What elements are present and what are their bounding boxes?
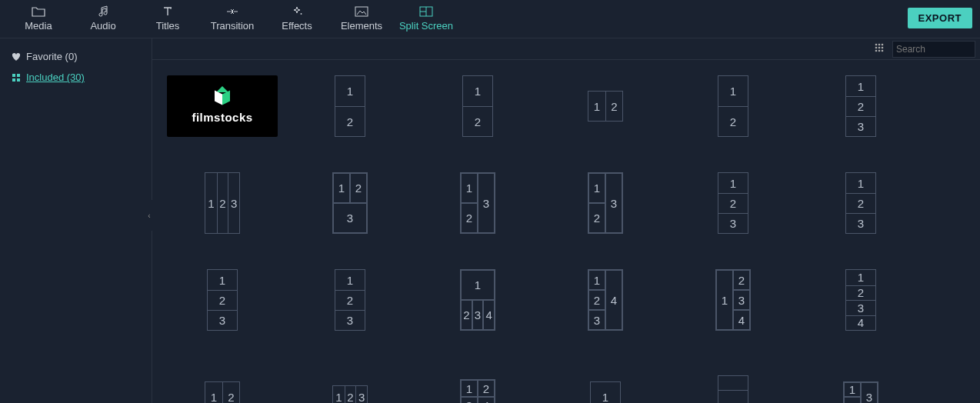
template-fs[interactable]: filmstocks [165,75,280,137]
sparkle-icon [291,5,303,18]
template-3c[interactable]: 123 [548,172,663,234]
heart-icon [11,52,22,62]
tab-effects[interactable]: Effects [265,5,329,32]
template-4a[interactable]: 1234 [420,269,535,331]
template-3v[interactable]: 123 [165,172,280,234]
top-tab-bar: Media Audio Titles Transition Effects El… [0,0,980,38]
template-p4[interactable]: 1 [548,366,663,403]
template-2h-b[interactable]: 12 [420,75,535,137]
svg-rect-4 [12,78,15,82]
sidebar: Favorite (0) Included (30) ‹ [0,38,152,403]
svg-point-7 [878,44,881,46]
tab-label: Transition [211,20,255,32]
transition-icon [225,5,239,18]
sidebar-item-included[interactable]: Included (30) [11,67,141,88]
template-3h[interactable]: 123 [803,75,918,137]
svg-rect-2 [12,74,15,77]
svg-point-11 [882,47,884,49]
template-3sk[interactable]: 123 [675,172,791,234]
filmstocks-card[interactable]: filmstocks [167,75,278,137]
sidebar-item-label: Included (30) [26,72,85,83]
template-4b[interactable]: 1234 [548,269,663,331]
tab-label: Titles [156,20,180,32]
filmstocks-label: filmstocks [192,111,252,124]
tab-label: Effects [282,20,312,32]
template-2v[interactable]: 12 [548,75,663,137]
template-3h2[interactable]: 123 [165,269,280,331]
template-grid: filmstocks121212121231231231231231231231… [152,60,980,403]
tab-label: Split Screen [399,20,453,32]
svg-point-12 [875,50,878,52]
music-note-icon [97,5,109,18]
template-4c[interactable]: 1234 [675,269,791,331]
template-3a[interactable]: 123 [292,172,408,234]
template-3h3[interactable]: 123 [292,269,408,331]
svg-point-6 [875,44,878,46]
template-2sk[interactable]: 12 [675,75,791,137]
text-icon [162,5,174,18]
tab-transition[interactable]: Transition [200,5,265,32]
search-input[interactable] [896,44,980,55]
svg-point-14 [882,50,884,52]
tab-audio[interactable]: Audio [71,5,135,32]
tab-titles[interactable]: Titles [135,5,200,32]
sidebar-item-favorite[interactable]: Favorite (0) [11,46,141,67]
template-3sk2[interactable]: 123 [803,172,918,234]
search-box[interactable] [892,41,975,58]
secondary-toolbar [152,38,980,60]
svg-point-10 [878,47,881,49]
svg-rect-3 [17,74,20,77]
template-p6[interactable]: 13 [803,366,918,403]
image-icon [355,5,368,18]
export-button[interactable]: EXPORT [908,8,972,28]
template-4h[interactable]: 1234 [803,269,918,331]
sidebar-item-label: Favorite (0) [26,51,77,62]
tab-label: Elements [341,20,382,32]
tab-media[interactable]: Media [6,5,71,32]
tab-label: Audio [90,20,115,32]
tab-split-screen[interactable]: Split Screen [394,5,458,32]
grid-view-icon[interactable] [874,42,885,55]
template-2h[interactable]: 12 [292,75,408,137]
template-p2[interactable]: 123 [292,366,408,403]
template-3b[interactable]: 123 [420,172,535,234]
template-p1[interactable]: 12 [165,366,280,403]
svg-rect-5 [17,78,20,82]
sidebar-collapse-handle[interactable]: ‹ [146,200,152,231]
tab-elements[interactable]: Elements [329,5,394,32]
template-p5[interactable] [675,366,791,403]
tab-label: Media [25,20,52,32]
grid-icon [11,72,22,83]
template-p3[interactable]: 1234 [420,366,535,403]
svg-point-9 [875,47,878,49]
svg-point-13 [878,50,881,52]
split-screen-icon [419,5,433,18]
filmstocks-logo-icon [214,89,231,106]
svg-point-8 [882,44,884,46]
folder-icon [32,5,45,18]
